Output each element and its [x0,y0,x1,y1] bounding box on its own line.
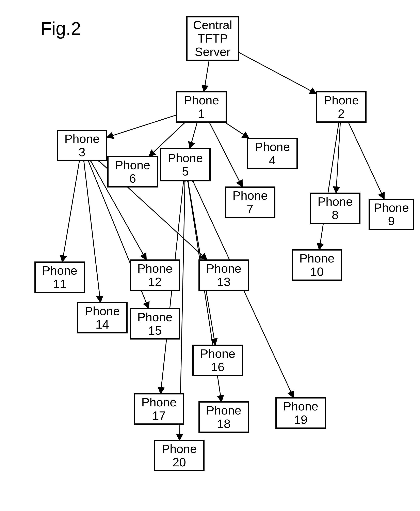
node-label: Phone 15 [137,310,172,337]
edge-p1-p3 [107,115,176,137]
node-p17: Phone 17 [134,393,184,425]
node-label: Phone 9 [374,201,409,228]
node-label: Central TFTP Server [193,18,232,59]
node-p20: Phone 20 [154,440,204,471]
edge-p1-p5 [190,123,197,148]
node-p11: Phone 11 [34,262,85,293]
node-server: Central TFTP Server [186,16,239,61]
edges-layer [0,0,420,511]
node-p9: Phone 9 [368,199,414,230]
node-label: Phone 6 [115,159,150,185]
node-p14: Phone 14 [77,302,128,333]
node-p19: Phone 19 [275,397,326,429]
node-label: Phone 1 [184,94,219,120]
edge-p2-p9 [349,123,384,199]
node-p12: Phone 12 [130,259,180,291]
edge-p1-p4 [225,123,248,138]
node-p10: Phone 10 [292,249,342,281]
node-p4: Phone 4 [247,138,298,169]
node-label: Phone 20 [162,442,197,469]
figure-label: Fig.2 [40,18,81,39]
node-label: Phone 16 [200,347,235,374]
node-p16: Phone 16 [192,345,243,376]
node-label: Phone 3 [64,132,100,159]
edge-p2-p10 [319,123,339,249]
diagram-canvas: { "figure_label": "Fig.2", "nodes": { "s… [0,0,420,511]
edge-server-p1 [204,61,209,91]
node-p13: Phone 13 [198,259,249,291]
node-label: Phone 17 [141,396,177,422]
node-label: Phone 2 [324,94,359,120]
node-p1: Phone 1 [176,91,227,123]
edge-p2-p8 [336,123,340,193]
node-p5: Phone 5 [160,148,211,181]
node-label: Phone 13 [206,262,241,289]
node-label: Phone 14 [85,304,120,331]
edge-p3-p14 [84,161,100,302]
node-label: Phone 12 [137,262,172,289]
node-p15: Phone 15 [130,308,180,340]
node-label: Phone 4 [255,140,290,167]
node-label: Phone 8 [317,195,353,222]
node-p7: Phone 7 [225,186,275,218]
edge-p3-p11 [62,161,79,262]
node-label: Phone 18 [206,404,241,431]
node-label: Phone 11 [42,264,77,291]
node-p6: Phone 6 [107,156,158,187]
node-p8: Phone 8 [310,193,360,224]
edge-server-p2 [239,53,316,93]
node-label: Phone 5 [168,151,203,178]
node-label: Phone 7 [232,189,268,216]
node-p3: Phone 3 [57,130,107,161]
node-p18: Phone 18 [198,401,249,433]
node-label: Phone 19 [283,400,318,426]
edge-p1-p7 [210,123,242,186]
node-label: Phone 10 [299,252,335,279]
node-p2: Phone 2 [316,91,367,123]
